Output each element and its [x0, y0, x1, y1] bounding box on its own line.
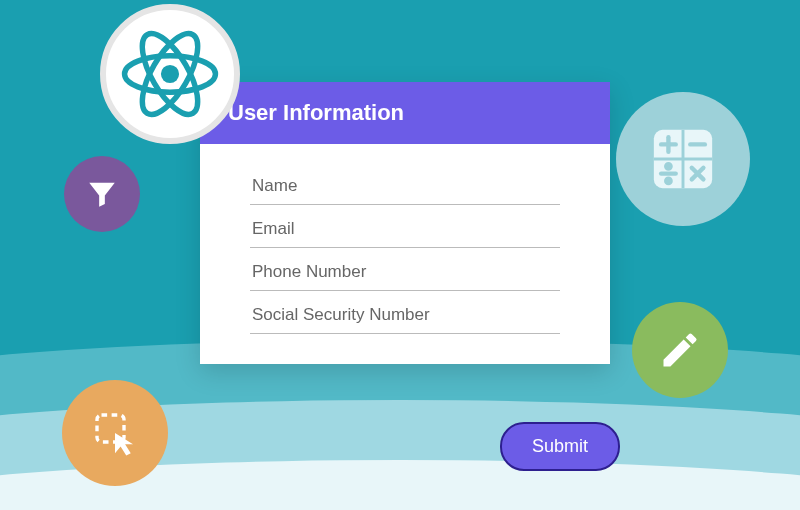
card-title: User Information [200, 82, 610, 144]
form-body [200, 144, 610, 364]
edit-badge [632, 302, 728, 398]
react-icon [120, 24, 220, 124]
funnel-icon [85, 177, 119, 211]
selection-badge [62, 380, 168, 486]
submit-button[interactable]: Submit [500, 422, 620, 471]
react-logo-badge [100, 4, 240, 144]
calculator-badge [616, 92, 750, 226]
svg-point-11 [666, 164, 670, 168]
svg-point-12 [666, 179, 670, 183]
ssn-input[interactable] [250, 291, 560, 334]
svg-point-0 [161, 65, 179, 83]
calculator-icon [648, 124, 718, 194]
name-input[interactable] [250, 162, 560, 205]
filter-badge [64, 156, 140, 232]
phone-input[interactable] [250, 248, 560, 291]
selection-cursor-icon [88, 406, 142, 460]
email-input[interactable] [250, 205, 560, 248]
pencil-icon [658, 328, 702, 372]
user-info-card: User Information [200, 82, 610, 364]
